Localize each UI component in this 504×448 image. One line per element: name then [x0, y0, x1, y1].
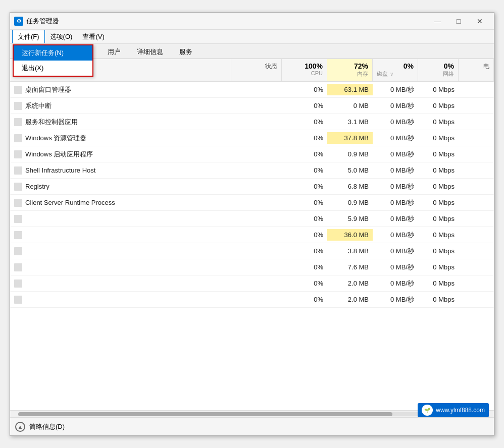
- cell-network: 0 Mbps: [418, 116, 459, 128]
- cell-disk: 0 MB/秒: [373, 83, 418, 96]
- cell-disk: 0 MB/秒: [373, 196, 418, 209]
- cell-disk: 0 MB/秒: [373, 116, 418, 129]
- table-row[interactable]: 服务和控制器应用 0% 3.1 MB 0 MB/秒 0 Mbps: [10, 114, 494, 130]
- cell-cpu: 0%: [282, 294, 327, 305]
- cell-cpu: 0%: [282, 132, 327, 144]
- menu-run-new-task[interactable]: 运行新任务(N): [14, 45, 92, 61]
- cell-name: Client Server Runtime Process: [10, 197, 231, 209]
- cell-status: [231, 120, 282, 124]
- file-dropdown: 运行新任务(N) 退出(X): [13, 44, 93, 77]
- cell-memory: 0.9 MB: [327, 197, 373, 208]
- cell-power: [459, 217, 494, 221]
- watermark-text: www.ylmf888.com: [436, 407, 485, 414]
- status-text: 简略信息(D): [29, 422, 65, 431]
- table-row[interactable]: 0% 2.0 MB 0 MB/秒 0 Mbps: [10, 292, 494, 308]
- table-row[interactable]: 0% 7.6 MB 0 MB/秒 0 Mbps: [10, 259, 494, 275]
- table-row[interactable]: Registry 0% 6.8 MB 0 MB/秒 0 Mbps: [10, 179, 494, 195]
- table-row[interactable]: 0% 3.8 MB 0 MB/秒 0 Mbps: [10, 243, 494, 259]
- process-icon: [14, 263, 22, 271]
- menu-file[interactable]: 文件(F) 运行新任务(N) 退出(X): [12, 30, 45, 43]
- process-icon: [14, 215, 22, 223]
- cell-status: [231, 88, 282, 92]
- process-name: Registry: [25, 183, 49, 190]
- cell-memory: 63.1 MB: [327, 84, 373, 95]
- cell-memory: 0.9 MB: [327, 148, 373, 160]
- cell-status: [231, 265, 282, 269]
- col-disk[interactable]: 0% 磁盘 ∨: [373, 59, 418, 81]
- watermark: 🌱 www.ylmf888.com: [418, 403, 489, 417]
- close-button[interactable]: ✕: [470, 16, 490, 27]
- table-row[interactable]: 桌面窗口管理器 0% 63.1 MB 0 MB/秒 0 Mbps: [10, 82, 494, 98]
- table-row[interactable]: 0% 2.0 MB 0 MB/秒 0 Mbps: [10, 275, 494, 292]
- cell-status: [231, 298, 282, 302]
- cell-disk: 0 MB/秒: [373, 293, 418, 306]
- tab-details[interactable]: 详细信息: [129, 45, 171, 59]
- cell-power: [459, 282, 494, 286]
- menu-options[interactable]: 选项(O): [45, 30, 78, 43]
- col-network[interactable]: 0% 网络: [418, 59, 459, 81]
- cell-power: [459, 104, 494, 108]
- menu-exit[interactable]: 退出(X): [14, 61, 92, 76]
- cell-memory: 0 MB: [327, 100, 373, 111]
- cell-memory: 6.8 MB: [327, 181, 373, 192]
- cell-status: [231, 217, 282, 221]
- cell-power: [459, 249, 494, 253]
- maximize-button[interactable]: □: [448, 16, 469, 27]
- cell-status: [231, 282, 282, 286]
- cell-status: [231, 169, 282, 173]
- cell-memory: 7.6 MB: [327, 261, 373, 273]
- process-name: 桌面窗口管理器: [25, 85, 71, 94]
- cell-cpu: 0%: [282, 229, 327, 241]
- table-row[interactable]: 0% 36.0 MB 0 MB/秒 0 Mbps: [10, 227, 494, 243]
- minimize-button[interactable]: —: [427, 16, 447, 27]
- table-row[interactable]: Windows 启动应用程序 0% 0.9 MB 0 MB/秒 0 Mbps: [10, 146, 494, 162]
- process-name: Windows 资源管理器: [25, 134, 86, 143]
- table-row[interactable]: 系统中断 0% 0 MB 0 MB/秒 0 Mbps: [10, 98, 494, 114]
- cell-status: [231, 152, 282, 156]
- cell-name: [10, 261, 231, 273]
- table-row[interactable]: Client Server Runtime Process 0% 0.9 MB …: [10, 195, 494, 211]
- task-manager-window: ⚙ 任务管理器 — □ ✕ 文件(F) 运行新任务(N) 退出(X) 选项(O)…: [10, 12, 494, 436]
- cell-status: [231, 249, 282, 253]
- cell-status: [231, 185, 282, 189]
- table-row[interactable]: 0% 5.9 MB 0 MB/秒 0 Mbps: [10, 211, 494, 227]
- col-cpu[interactable]: 100% CPU: [282, 59, 327, 81]
- process-name: Shell Infrastructure Host: [25, 166, 95, 174]
- cell-disk: 0 MB/秒: [373, 132, 418, 145]
- cell-cpu: 0%: [282, 245, 327, 257]
- cell-network: 0 Mbps: [418, 132, 459, 144]
- cell-network: 0 Mbps: [418, 197, 459, 208]
- col-status[interactable]: 状态: [231, 59, 282, 81]
- cell-cpu: 0%: [282, 116, 327, 128]
- menu-view[interactable]: 查看(V): [77, 30, 109, 43]
- cell-network: 0 Mbps: [418, 164, 459, 176]
- tab-services[interactable]: 服务: [172, 45, 200, 59]
- tab-users[interactable]: 用户: [100, 45, 128, 59]
- status-icon[interactable]: ▲: [15, 422, 25, 432]
- cell-memory: 37.8 MB: [327, 132, 373, 144]
- cell-disk: 0 MB/秒: [373, 164, 418, 177]
- cell-power: [459, 185, 494, 189]
- cell-memory: 3.1 MB: [327, 116, 373, 128]
- table-row[interactable]: Shell Infrastructure Host 0% 5.0 MB 0 MB…: [10, 162, 494, 179]
- cell-name: [10, 294, 231, 306]
- scrollbar-thumb[interactable]: [18, 412, 392, 416]
- cell-power: [459, 136, 494, 140]
- process-name: Client Server Runtime Process: [25, 199, 115, 206]
- window-controls: — □ ✕: [427, 16, 490, 27]
- process-icon: [14, 150, 22, 158]
- cell-network: 0 Mbps: [418, 148, 459, 160]
- cell-disk: 0 MB/秒: [373, 99, 418, 113]
- cell-memory: 3.8 MB: [327, 245, 373, 257]
- process-table: 桌面窗口管理器 0% 63.1 MB 0 MB/秒 0 Mbps 系统中断 0%…: [10, 82, 494, 410]
- cell-network: 0 Mbps: [418, 245, 459, 257]
- col-memory[interactable]: 72% 内存: [327, 59, 373, 81]
- table-row[interactable]: Windows 资源管理器 0% 37.8 MB 0 MB/秒 0 Mbps: [10, 130, 494, 146]
- cell-network: 0 Mbps: [418, 261, 459, 273]
- cell-name: [10, 277, 231, 290]
- cell-status: [231, 233, 282, 237]
- cell-cpu: 0%: [282, 164, 327, 176]
- cell-disk: 0 MB/秒: [373, 148, 418, 161]
- cell-power: [459, 120, 494, 124]
- col-power[interactable]: 电: [459, 59, 494, 81]
